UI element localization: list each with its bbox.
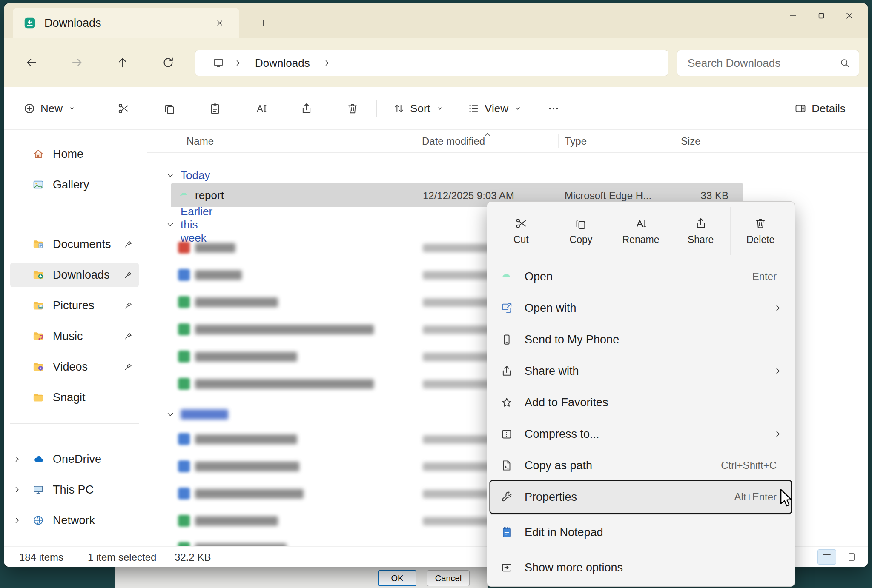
search-icon[interactable] bbox=[839, 57, 850, 69]
menu-item-properties[interactable]: Properties Alt+Enter bbox=[490, 481, 791, 513]
sidebar-item-pictures[interactable]: Pictures bbox=[10, 293, 139, 318]
toolbar-divider bbox=[95, 100, 95, 117]
more-options-button[interactable] bbox=[540, 95, 567, 122]
details-pane-button[interactable]: Details bbox=[782, 95, 858, 122]
menu-divider bbox=[491, 514, 790, 515]
rename-button[interactable] bbox=[247, 95, 275, 122]
menu-item-label: Share with bbox=[525, 365, 579, 378]
excel-file-icon bbox=[178, 296, 190, 308]
maximize-button[interactable] bbox=[807, 3, 835, 28]
command-toolbar: New Sort View Details bbox=[4, 87, 868, 130]
breadcrumb-chevron-icon[interactable] bbox=[323, 59, 331, 67]
chevron-down-icon[interactable] bbox=[166, 220, 175, 229]
edge-file-icon bbox=[178, 189, 191, 202]
sidebar-item-gallery[interactable]: Gallery bbox=[10, 172, 139, 197]
menu-item-send-to-my-phone[interactable]: Send to My Phone bbox=[490, 324, 791, 355]
sidebar-item-label: Downloads bbox=[53, 268, 110, 282]
sidebar-item-videos[interactable]: Videos bbox=[10, 354, 139, 379]
word-file-icon bbox=[178, 433, 190, 445]
breadcrumb-chevron-icon bbox=[234, 59, 242, 67]
menu-divider bbox=[491, 259, 790, 259]
downloads-tab-icon bbox=[24, 17, 36, 29]
column-separator[interactable] bbox=[746, 134, 746, 148]
redacted-file-date bbox=[423, 244, 493, 252]
quick-action-delete[interactable]: Delete bbox=[730, 207, 790, 255]
tab-close-icon[interactable] bbox=[211, 14, 228, 31]
view-button[interactable]: View bbox=[461, 95, 529, 122]
share-button[interactable] bbox=[293, 95, 320, 122]
quick-action-cut[interactable]: Cut bbox=[491, 207, 551, 255]
sidebar-item-label: Music bbox=[53, 330, 83, 343]
sidebar-item-documents[interactable]: Documents bbox=[10, 232, 139, 257]
sort-button[interactable]: Sort bbox=[386, 95, 451, 122]
minimize-button[interactable] bbox=[779, 3, 807, 28]
column-separator[interactable] bbox=[416, 134, 416, 148]
refresh-button[interactable] bbox=[156, 51, 180, 74]
column-header-date-modified[interactable]: Date modified bbox=[422, 135, 485, 147]
new-tab-button[interactable] bbox=[254, 14, 272, 32]
cut-button[interactable] bbox=[110, 95, 137, 122]
sidebar-item-label: Videos bbox=[53, 360, 88, 374]
details-view-toggle[interactable] bbox=[818, 549, 836, 565]
chevron-down-icon bbox=[68, 104, 76, 113]
column-separator[interactable] bbox=[667, 134, 667, 148]
close-button[interactable] bbox=[835, 3, 863, 28]
copy-button[interactable] bbox=[156, 95, 183, 122]
column-header-name[interactable]: Name bbox=[186, 135, 214, 147]
sidebar-item-onedrive[interactable]: OneDrive bbox=[10, 447, 139, 471]
titlebar: Downloads bbox=[4, 3, 868, 38]
back-button[interactable] bbox=[20, 51, 43, 74]
paste-button[interactable] bbox=[201, 95, 229, 122]
sidebar-item-network[interactable]: Network bbox=[10, 508, 139, 533]
menu-item-copy-as-path[interactable]: Copy as path Ctrl+Shift+C bbox=[490, 450, 791, 481]
ok-button[interactable]: OK bbox=[378, 570, 416, 586]
menu-item-show-more-options[interactable]: Show more options bbox=[490, 552, 791, 583]
sidebar-item-this-pc[interactable]: This PC bbox=[10, 477, 139, 502]
file-size: 33 KB bbox=[658, 190, 729, 202]
sidebar-item-label: OneDrive bbox=[53, 453, 101, 466]
paste-icon bbox=[209, 102, 221, 115]
delete-button[interactable] bbox=[339, 95, 366, 122]
address-bar[interactable]: Downloads bbox=[195, 50, 668, 76]
column-header-type[interactable]: Type bbox=[565, 135, 587, 147]
cancel-button[interactable]: Cancel bbox=[427, 570, 470, 586]
chevron-down-icon[interactable] bbox=[166, 171, 175, 180]
redacted-file-date bbox=[423, 380, 493, 388]
new-button[interactable]: New bbox=[15, 95, 84, 122]
sidebar-item-label: Network bbox=[53, 514, 95, 527]
item-count: 184 items bbox=[19, 551, 63, 563]
chevron-right-icon[interactable] bbox=[13, 516, 21, 525]
this-pc-breadcrumb-icon[interactable] bbox=[212, 57, 224, 69]
search-input[interactable] bbox=[677, 57, 839, 70]
sidebar-item-downloads[interactable]: Downloads bbox=[10, 263, 139, 287]
menu-item-share-with[interactable]: Share with bbox=[490, 355, 791, 387]
copy-as-path-icon bbox=[500, 459, 513, 472]
chevron-down-icon[interactable] bbox=[166, 410, 175, 419]
search-box[interactable] bbox=[677, 50, 859, 76]
sidebar-item-home[interactable]: Home bbox=[10, 142, 139, 166]
sidebar-item-snagit[interactable]: Snagit bbox=[10, 385, 139, 410]
menu-item-open-with[interactable]: Open with bbox=[490, 292, 791, 324]
menu-item-add-to-favorites[interactable]: Add to Favorites bbox=[490, 387, 791, 418]
tab-downloads[interactable]: Downloads bbox=[13, 8, 239, 38]
quick-action-rename[interactable]: Rename bbox=[611, 207, 671, 255]
excel-file-icon bbox=[178, 378, 190, 390]
chevron-right-icon[interactable] bbox=[13, 455, 21, 463]
menu-item-open[interactable]: Open Enter bbox=[490, 261, 791, 292]
redacted-file-name bbox=[195, 270, 242, 280]
breadcrumb-segment-downloads[interactable]: Downloads bbox=[252, 55, 313, 71]
up-button[interactable] bbox=[111, 51, 135, 74]
sidebar-item-music[interactable]: Music bbox=[10, 324, 139, 348]
ellipsis-icon bbox=[547, 102, 560, 115]
column-header-size[interactable]: Size bbox=[681, 135, 701, 147]
quick-action-copy[interactable]: Copy bbox=[551, 207, 611, 255]
icons-view-toggle[interactable] bbox=[842, 549, 861, 565]
forward-button[interactable] bbox=[65, 51, 89, 74]
rename-icon bbox=[255, 102, 267, 115]
menu-item-edit-in-notepad[interactable]: Edit in Notepad bbox=[490, 517, 791, 548]
quick-action-share[interactable]: Share bbox=[671, 207, 731, 255]
chevron-right-icon[interactable] bbox=[13, 485, 21, 494]
column-separator[interactable] bbox=[558, 134, 559, 148]
menu-item-compress-to[interactable]: Compress to... bbox=[490, 418, 791, 450]
sidebar-divider bbox=[10, 206, 139, 206]
